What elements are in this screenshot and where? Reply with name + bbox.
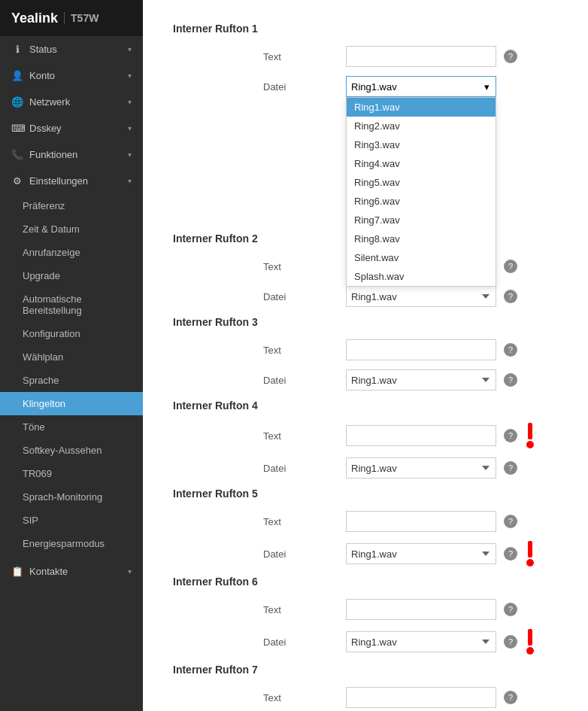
dropdown-arrow-icon: ▾ (484, 81, 489, 93)
section-rufton5: Interner Rufton 5 Text ? Datei Ring1.wav… (173, 488, 558, 567)
chevron-status: ▾ (128, 45, 132, 53)
option-splash[interactable]: Splash.wav (347, 267, 496, 286)
rufton6-text-input[interactable] (346, 599, 496, 620)
rufton6-datei-select[interactable]: Ring1.wav (346, 631, 496, 652)
sidebar-item-kontakte[interactable]: 📋 Kontakte ▾ (0, 558, 143, 585)
sidebar-item-funktionen[interactable]: 📞 Funktionen ▾ (0, 141, 143, 168)
chevron-funktionen: ▾ (128, 150, 132, 159)
sidebar-label-dsskey: Dsskey (29, 123, 62, 134)
sidebar-header: Yealink T57W (0, 0, 143, 36)
rufton6-text-help[interactable]: ? (504, 603, 517, 616)
rufton6-indicator-bar (528, 629, 532, 646)
sidebar-subitem-praferenz[interactable]: Präferenz (0, 194, 143, 217)
sidebar-item-netzwerk[interactable]: 🌐 Netzwerk ▾ (0, 89, 143, 115)
section-title-rufton1: Interner Rufton 1 (173, 23, 558, 35)
rufton4-text-help[interactable]: ? (504, 429, 517, 442)
rufton5-indicator-bar (528, 541, 532, 558)
label-softkey: Softkey-Aussehen (23, 445, 102, 456)
rufton3-datei-help[interactable]: ? (504, 373, 517, 387)
chevron-konto: ▾ (128, 71, 132, 80)
sidebar-subitem-anrufanzeige[interactable]: Anrufanzeige (0, 241, 143, 264)
info-icon: ℹ (11, 44, 23, 55)
chevron-kontakte: ▾ (128, 567, 132, 576)
sidebar-subitem-auto-bereitstellung[interactable]: Automatische Bereitstellung (0, 287, 143, 322)
rufton2-datei-select[interactable]: Ring1.wav Ring2.wav Ring3.wav (346, 286, 496, 307)
rufton5-text-input[interactable] (346, 511, 496, 532)
rufton1-text-row: Text ? (173, 46, 558, 67)
rufton2-text-help[interactable]: ? (504, 260, 517, 273)
rufton5-datei-select[interactable]: Ring1.wav (346, 543, 496, 564)
label-tone: Töne (23, 421, 45, 433)
option-ring1[interactable]: Ring1.wav (347, 98, 496, 117)
rufton3-datei-select[interactable]: Ring1.wav (346, 369, 496, 390)
rufton2-text-label: Text (263, 261, 323, 272)
option-ring6[interactable]: Ring6.wav (347, 192, 496, 211)
option-ring2[interactable]: Ring2.wav (347, 117, 496, 135)
sidebar-subitem-tone[interactable]: Töne (0, 415, 143, 439)
sidebar-item-konto[interactable]: 👤 Konto ▾ (0, 62, 143, 89)
rufton6-datei-help[interactable]: ? (504, 635, 517, 649)
sidebar-label-netzwerk: Netzwerk (29, 96, 70, 108)
sidebar-item-einstellungen[interactable]: ⚙ Einstellungen ▾ (0, 168, 143, 194)
phone-icon: 📞 (11, 149, 23, 160)
rufton1-text-input[interactable] (346, 46, 496, 67)
rufton3-text-input[interactable] (346, 339, 496, 360)
option-silent[interactable]: Silent.wav (347, 248, 496, 267)
sidebar: Yealink T57W ℹ Status ▾ 👤 Konto ▾ 🌐 Netz… (0, 0, 143, 711)
sidebar-subitem-sprach-monitoring[interactable]: Sprach-Monitoring (0, 485, 143, 509)
sidebar-subitem-sprache[interactable]: Sprache (0, 369, 143, 392)
rufton7-text-label: Text (263, 692, 323, 703)
sidebar-subitem-konfiguration[interactable]: Konfiguration (0, 322, 143, 345)
option-ring7[interactable]: Ring7.wav (347, 211, 496, 229)
sidebar-label-einstellungen: Einstellungen (29, 175, 88, 187)
section-title-rufton7: Interner Rufton 7 (173, 664, 558, 676)
option-ring4[interactable]: Ring4.wav (347, 154, 496, 173)
label-praferenz: Präferenz (23, 200, 65, 211)
rufton2-datei-help[interactable]: ? (504, 290, 517, 303)
option-ring8[interactable]: Ring8.wav (347, 229, 496, 248)
rufton4-text-input[interactable] (346, 425, 496, 446)
sidebar-subitem-klingelton[interactable]: Klingelton (0, 392, 143, 415)
keyboard-icon: ⌨ (11, 123, 23, 134)
rufton1-datei-select[interactable]: Ring1.wav ▾ (346, 76, 496, 97)
rufton4-text-row: Text ? (173, 423, 558, 448)
label-sprach-monitoring: Sprach-Monitoring (23, 491, 102, 503)
sidebar-subitem-tr069[interactable]: TR069 (0, 462, 143, 485)
rufton3-text-help[interactable]: ? (504, 343, 517, 357)
rufton1-text-help[interactable]: ? (504, 50, 517, 63)
rufton3-datei-label: Datei (263, 375, 323, 386)
sidebar-subitem-wahlplan[interactable]: Wählplan (0, 345, 143, 369)
option-ring5[interactable]: Ring5.wav (347, 173, 496, 192)
rufton4-datei-help[interactable]: ? (504, 461, 517, 475)
section-title-rufton6: Interner Rufton 6 (173, 576, 558, 588)
label-klingelton: Klingelton (23, 398, 65, 409)
brand-logo: Yealink (11, 11, 58, 26)
sidebar-subitem-upgrade[interactable]: Upgrade (0, 264, 143, 287)
sidebar-subitem-energiesparmodus[interactable]: Energiesparmodus (0, 532, 143, 555)
sidebar-subitem-sip[interactable]: SIP (0, 509, 143, 532)
rufton7-text-help[interactable]: ? (504, 691, 517, 704)
sidebar-item-status[interactable]: ℹ Status ▾ (0, 36, 143, 62)
rufton3-text-row: Text ? (173, 339, 558, 360)
sidebar-subitem-softkey[interactable]: Softkey-Aussehen (0, 439, 143, 462)
section-rufton7: Interner Rufton 7 Text ? Datei Ring1.wav… (173, 664, 558, 711)
label-zeit: Zeit & Datum (23, 223, 80, 235)
label-wahlplan: Wählplan (23, 351, 63, 363)
rufton7-text-input[interactable] (346, 687, 496, 708)
sidebar-subitem-zeit[interactable]: Zeit & Datum (0, 217, 143, 241)
sidebar-label-konto: Konto (29, 70, 55, 81)
contacts-icon: 📋 (11, 566, 23, 577)
option-ring3[interactable]: Ring3.wav (347, 135, 496, 154)
label-energiesparmodus: Energiesparmodus (23, 538, 105, 549)
main-content: Interner Rufton 1 Text ? Datei Ring1.wav… (143, 0, 588, 711)
rufton6-indicator-dot (526, 647, 534, 655)
rufton4-datei-select[interactable]: Ring1.wav (346, 457, 496, 479)
rufton6-text-row: Text ? (173, 599, 558, 620)
sidebar-label-status: Status (29, 44, 57, 55)
rufton4-text-label: Text (263, 430, 323, 442)
sidebar-item-dsskey[interactable]: ⌨ Dsskey ▾ (0, 115, 143, 141)
rufton5-text-help[interactable]: ? (504, 515, 517, 528)
rufton5-datei-help[interactable]: ? (504, 547, 517, 561)
network-icon: 🌐 (11, 96, 23, 108)
rufton5-datei-label: Datei (263, 548, 323, 560)
